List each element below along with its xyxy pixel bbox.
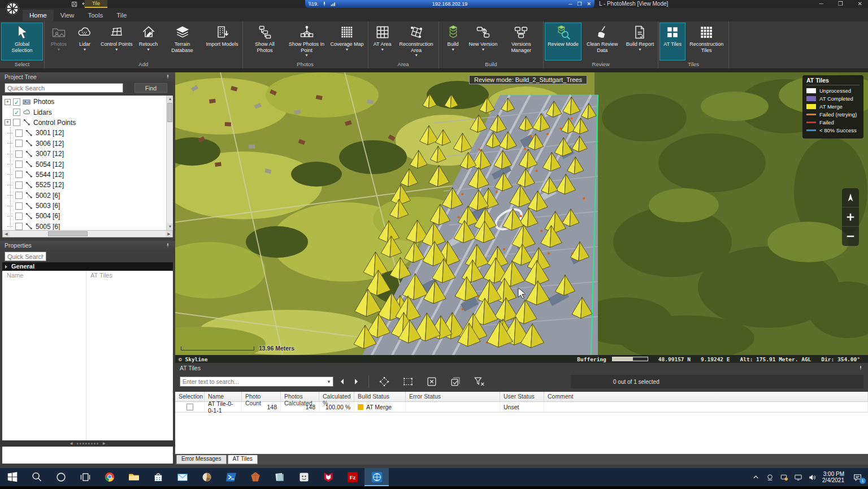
window-close-button[interactable]: ✕	[858, 1, 862, 7]
rdp-minimize-button[interactable]: ─	[568, 1, 572, 7]
expand-toggle-icon[interactable]: +	[5, 119, 11, 126]
clear-selection-icon[interactable]	[424, 374, 439, 389]
tree-item-3006-12[interactable]: 3006 [12]	[5, 139, 166, 149]
tree-checkbox[interactable]	[15, 192, 23, 199]
tree-item-5525-12[interactable]: 5525 [12]	[5, 180, 166, 190]
ribbon-button-versions-manager[interactable]: Versions Manager	[500, 23, 542, 60]
property-row[interactable]: Name AT Tiles	[2, 271, 173, 280]
ribbon-button-show-all-photos[interactable]: Show All Photos	[244, 23, 286, 60]
ribbon-button-at-area[interactable]: AT Area▼	[370, 23, 396, 60]
rect-select-icon[interactable]	[401, 374, 415, 389]
project-tree-search-input[interactable]	[5, 83, 123, 93]
tree-item-photos[interactable]: +✓Photos	[5, 97, 166, 107]
scroll-left-icon[interactable]: ◀	[3, 231, 10, 237]
tree-checkbox[interactable]	[13, 119, 20, 126]
taskbar-app-cortana-icon[interactable]	[49, 468, 73, 486]
taskbar-app-start-icon[interactable]	[0, 468, 24, 486]
tree-item-5003-6[interactable]: 5003 [6]	[5, 201, 166, 211]
tab-view[interactable]: View	[54, 10, 81, 21]
tree-item-5054-12[interactable]: 5054 [12]	[5, 159, 166, 169]
taskbar-app-search-icon[interactable]	[24, 468, 49, 486]
rdp-close-button[interactable]: ✕	[587, 1, 591, 7]
tree-checkbox[interactable]	[15, 161, 23, 168]
taskbar-app-glass-app-icon[interactable]	[267, 468, 292, 486]
3d-viewport[interactable]: Review mode: Build_2_Stuttgart_Trees AT …	[175, 72, 868, 355]
ribbon-button-build-report[interactable]: Build Report▼	[623, 23, 657, 60]
column-header-user-status[interactable]: User Status	[500, 392, 544, 401]
column-header-build-status[interactable]: Build Status	[354, 392, 406, 401]
ribbon-button-terrain-database[interactable]: Terrain Database	[162, 23, 203, 60]
taskbar-app-photomesh-icon[interactable]	[364, 468, 389, 486]
tree-item-5002-6[interactable]: 5002 [6]	[5, 191, 166, 201]
check-selection-icon[interactable]	[448, 374, 463, 389]
tree-item-3001-12[interactable]: 3001 [12]	[5, 128, 166, 138]
ribbon-button-photos[interactable]: Photos▼	[46, 23, 72, 60]
ribbon-button-lidar[interactable]: Lidar▼	[72, 23, 98, 60]
tile-search-input[interactable]	[180, 378, 325, 385]
chevron-up-icon[interactable]	[752, 473, 760, 482]
ribbon-button-build[interactable]: Build▼	[440, 23, 466, 60]
panel-tab-error-messages[interactable]: Error Messages	[176, 455, 227, 464]
taskbar-app-orange-app-icon[interactable]	[243, 468, 267, 486]
row-checkbox[interactable]	[186, 404, 193, 410]
display-tray-icon[interactable]	[794, 473, 802, 482]
taskbar-app-store-icon[interactable]	[146, 468, 170, 486]
volume-icon[interactable]	[808, 473, 817, 482]
column-header-photos-calculated[interactable]: Photos Calculated	[281, 392, 319, 401]
taskbar-app-mail-icon[interactable]	[170, 468, 194, 486]
tree-vertical-scrollbar[interactable]: ▲ ▼	[166, 96, 173, 230]
column-header-calculated[interactable]: Calculated %	[319, 392, 354, 401]
polygon-select-icon[interactable]	[377, 374, 392, 389]
tree-checkbox[interactable]: ✓	[13, 98, 20, 106]
taskbar-app-powershell-icon[interactable]	[219, 468, 243, 486]
save-icon[interactable]	[71, 1, 77, 7]
rdp-restore-button[interactable]: ❐	[577, 1, 581, 7]
ribbon-button-global-selection[interactable]: Global Selection	[1, 23, 43, 60]
ribbon-button-show-photos-in-point[interactable]: Show Photos In Point▼	[286, 23, 328, 60]
tile-search-box[interactable]: ▼	[180, 377, 333, 387]
tree-checkbox[interactable]	[15, 150, 23, 158]
properties-search-input[interactable]	[5, 252, 46, 261]
tree-checkbox[interactable]	[15, 202, 23, 210]
tree-checkbox[interactable]	[15, 181, 23, 189]
tree-checkbox[interactable]	[15, 140, 23, 147]
rdp-tray-icon[interactable]	[766, 473, 774, 482]
taskbar-app-chrome-icon[interactable]	[97, 468, 121, 486]
scroll-down-icon[interactable]: ▼	[167, 223, 173, 230]
north-arrow-button[interactable]	[842, 188, 859, 207]
tree-checkbox[interactable]	[15, 129, 23, 137]
panel-tab-at-tiles[interactable]: AT Tiles	[228, 455, 258, 464]
taskbar-app-mcafee-icon[interactable]	[316, 468, 340, 486]
tree-item-3007-12[interactable]: 3007 [12]	[5, 149, 166, 159]
ribbon-button-new-version[interactable]: New Version▼	[466, 23, 501, 60]
tree-item-control-points[interactable]: +Control Points	[5, 118, 166, 128]
properties-section-general[interactable]: General	[2, 262, 173, 271]
tree-item-5005-6[interactable]: 5005 [6]	[5, 222, 166, 230]
taskbar-app-file-explorer-icon[interactable]	[121, 468, 146, 486]
tree-horizontal-scrollbar[interactable]: ◀ ▶	[2, 230, 173, 237]
next-tile-icon[interactable]	[351, 377, 361, 386]
pin-icon[interactable]	[165, 73, 171, 80]
ribbon-button-retouch[interactable]: Retouch▼	[136, 23, 162, 60]
alert-tray-icon[interactable]	[780, 473, 788, 482]
ribbon-button-import-models[interactable]: Import Models	[203, 23, 241, 60]
ribbon-button-clean-review-data[interactable]: Clean Review Data	[581, 23, 623, 60]
ribbon-button-coverage-map[interactable]: Coverage Map▼	[328, 23, 367, 60]
pin-icon[interactable]	[858, 365, 863, 371]
taskbar-app-filezilla-icon[interactable]: Fz	[340, 468, 364, 486]
zoom-in-button[interactable]	[842, 207, 859, 227]
tab-tools[interactable]: Tools	[81, 10, 110, 21]
find-button[interactable]: Find	[134, 83, 167, 93]
ribbon-button-control-points[interactable]: Control Points▼	[98, 23, 136, 60]
tab-tile[interactable]: Tile	[110, 10, 133, 21]
scroll-right-icon[interactable]: ▶	[166, 231, 172, 237]
window-restore-button[interactable]: ❐	[838, 1, 843, 7]
search-dropdown-icon[interactable]: ▼	[325, 379, 333, 384]
tree-checkbox[interactable]	[15, 223, 23, 230]
taskbar-app-task-view-icon[interactable]	[73, 468, 97, 486]
prev-tile-icon[interactable]	[338, 377, 347, 386]
tab-home[interactable]: Home	[23, 10, 54, 21]
ribbon-button-reconstruction-tiles[interactable]: Reconstruction Tiles	[685, 23, 727, 60]
column-header-comment[interactable]: Comment	[544, 392, 868, 401]
ribbon-button-at-tiles[interactable]: AT Tiles	[659, 23, 685, 60]
